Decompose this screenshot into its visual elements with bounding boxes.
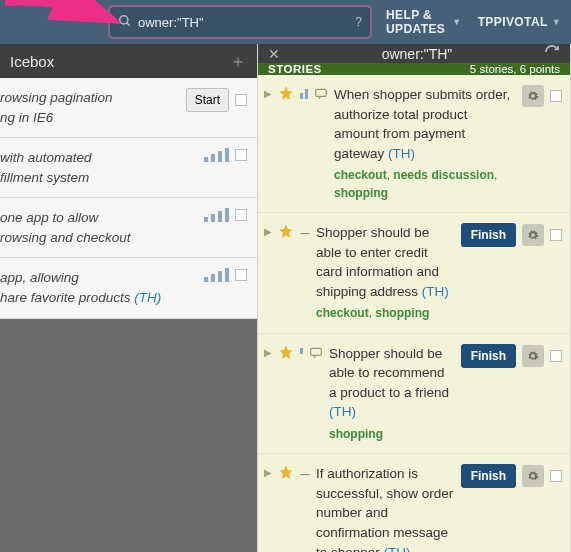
- icebox-story[interactable]: rowsing pagination ng in IE6Start: [0, 78, 257, 138]
- chevron-down-icon: ▼: [452, 17, 461, 27]
- star-icon: [278, 223, 294, 242]
- search-input[interactable]: [138, 15, 362, 30]
- search-icon: [118, 14, 132, 31]
- story-row[interactable]: ▶ – If authorization is successful, show…: [258, 454, 570, 552]
- label[interactable]: shopping: [334, 186, 388, 200]
- estimate-picker[interactable]: [204, 208, 229, 222]
- comments-icon[interactable]: [309, 346, 323, 363]
- icebox-story[interactable]: app, allowing hare favorite products (TH…: [0, 258, 257, 318]
- project-label: TPPIVOTAL: [478, 15, 548, 29]
- expand-icon[interactable]: ▶: [264, 88, 272, 99]
- icebox-story[interactable]: with automated fillment system: [0, 138, 257, 198]
- label[interactable]: needs discussion: [393, 168, 494, 182]
- star-icon: [278, 464, 294, 483]
- close-icon[interactable]: ✕: [268, 46, 280, 62]
- story-menu-icon[interactable]: [522, 345, 544, 367]
- help-updates-menu[interactable]: HELP & UPDATES ▼: [386, 8, 462, 36]
- project-menu[interactable]: TPPIVOTAL ▼: [478, 15, 561, 29]
- story-row[interactable]: ▶ Shopper should be able to recommend a …: [258, 334, 570, 455]
- story-title: one app to allow rowsing and checkout: [0, 208, 198, 247]
- finish-button[interactable]: Finish: [461, 344, 516, 368]
- svg-rect-2: [316, 89, 327, 96]
- owner-badge: (TH): [384, 545, 411, 552]
- comments-icon[interactable]: [314, 87, 328, 104]
- story-labels: checkout, shopping: [316, 305, 455, 322]
- no-points-icon: –: [300, 465, 310, 483]
- story-labels: shopping: [329, 426, 455, 443]
- label[interactable]: shopping: [375, 306, 429, 320]
- search-results-panel: ✕ owner:"TH" STORIES 5 stories, 6 points…: [258, 44, 571, 552]
- callout-arrow: [0, 0, 120, 57]
- icebox-story[interactable]: one app to allow rowsing and checkout: [0, 198, 257, 258]
- refresh-icon[interactable]: [544, 44, 560, 63]
- search-field-wrap[interactable]: ?: [110, 7, 370, 37]
- select-checkbox[interactable]: [235, 209, 247, 221]
- story-title: rowsing pagination ng in IE6: [0, 88, 180, 127]
- story-row[interactable]: ▶ When shopper submits order, authorize …: [258, 75, 570, 213]
- select-checkbox[interactable]: [550, 350, 562, 362]
- label[interactable]: shopping: [329, 427, 383, 441]
- select-checkbox[interactable]: [550, 90, 562, 102]
- select-checkbox[interactable]: [550, 470, 562, 482]
- help-updates-label: HELP & UPDATES: [386, 8, 448, 36]
- svg-rect-3: [311, 348, 322, 355]
- owner-badge: (TH): [329, 404, 356, 419]
- points-icon: [300, 348, 303, 354]
- star-icon: [278, 85, 294, 104]
- story-menu-icon[interactable]: [522, 465, 544, 487]
- story-menu-icon[interactable]: [522, 85, 544, 107]
- select-checkbox[interactable]: [235, 149, 247, 161]
- estimate-picker[interactable]: [204, 148, 229, 162]
- story-title: app, allowing hare favorite products (TH…: [0, 268, 198, 307]
- story-title: with automated fillment system: [0, 148, 198, 187]
- story-title: When shopper submits order, authorize to…: [334, 85, 516, 202]
- select-checkbox[interactable]: [235, 269, 247, 281]
- owner-badge: (TH): [134, 290, 161, 305]
- select-checkbox[interactable]: [235, 94, 247, 106]
- owner-badge: (TH): [422, 284, 449, 299]
- star-icon: [278, 344, 294, 363]
- owner-badge: (TH): [388, 146, 415, 161]
- search-panel-header: ✕ owner:"TH": [258, 44, 570, 63]
- svg-point-0: [120, 15, 128, 23]
- expand-icon[interactable]: ▶: [264, 467, 272, 478]
- search-help-icon[interactable]: ?: [355, 15, 362, 29]
- stories-section-header: STORIES 5 stories, 6 points: [258, 63, 570, 75]
- story-labels: checkout, needs discussion, shopping: [334, 167, 516, 202]
- stories-label: STORIES: [268, 63, 470, 75]
- story-title: Shopper should be able to recommend a pr…: [329, 344, 455, 444]
- svg-line-1: [127, 22, 130, 25]
- icebox-panel: Icebox ＋ rowsing pagination ng in IE6Sta…: [0, 44, 258, 552]
- finish-button[interactable]: Finish: [461, 464, 516, 488]
- story-menu-icon[interactable]: [522, 224, 544, 246]
- story-title: If authorization is successful, show ord…: [316, 464, 455, 552]
- select-checkbox[interactable]: [550, 229, 562, 241]
- no-points-icon: –: [300, 224, 310, 242]
- stories-count: 5 stories, 6 points: [470, 63, 560, 75]
- story-row[interactable]: ▶ – Shopper should be able to enter cred…: [258, 213, 570, 334]
- estimate-picker[interactable]: [204, 268, 229, 282]
- search-panel-title: owner:"TH": [290, 46, 544, 62]
- start-button[interactable]: Start: [186, 88, 229, 112]
- story-title: Shopper should be able to enter credit c…: [316, 223, 455, 323]
- expand-icon[interactable]: ▶: [264, 226, 272, 237]
- label[interactable]: checkout: [316, 306, 369, 320]
- label[interactable]: checkout: [334, 168, 387, 182]
- expand-icon[interactable]: ▶: [264, 347, 272, 358]
- finish-button[interactable]: Finish: [461, 223, 516, 247]
- points-icon: [300, 89, 308, 99]
- add-story-icon[interactable]: ＋: [229, 49, 247, 73]
- chevron-down-icon: ▼: [552, 17, 561, 27]
